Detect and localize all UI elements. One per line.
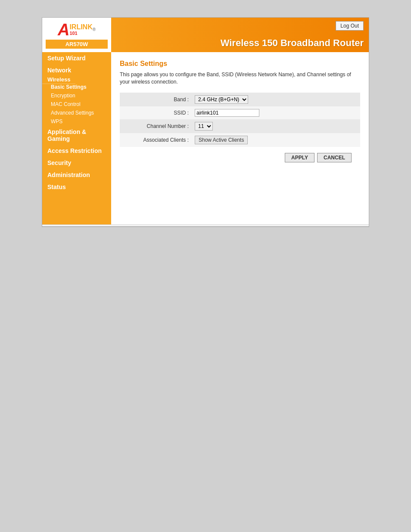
sidebar: Setup Wizard Network Wireless Basic Sett… — [42, 52, 111, 224]
header: A IRLINK 101 ® AR570W Log Out Wireless 1… — [42, 18, 369, 52]
sidebar-item-app-gaming[interactable]: Application & Gaming — [42, 126, 111, 145]
channel-value: 1234 5678 91011 1213 — [193, 119, 360, 133]
cancel-button[interactable]: CANCEL — [317, 153, 352, 162]
logo-tm: ® — [93, 27, 96, 32]
sidebar-item-setup-wizard[interactable]: Setup Wizard — [42, 52, 111, 64]
channel-select[interactable]: 1234 5678 91011 1213 — [195, 122, 213, 131]
sidebar-wireless-label: Wireless — [42, 74, 75, 84]
sidebar-item-status[interactable]: Status — [42, 181, 111, 193]
header-right: Log Out Wireless 150 Broadband Router — [111, 18, 369, 52]
header-title: Wireless 150 Broadband Router — [221, 37, 364, 49]
page-description: This page allows you to configure the Ba… — [120, 71, 360, 86]
band-row: Band : 2.4 GHz (B+G+N) 2.4 GHz (B) 2.4 G… — [120, 93, 360, 106]
sidebar-item-encryption[interactable]: Encryption — [42, 91, 111, 100]
ssid-input[interactable] — [195, 109, 259, 117]
logo-101-text: 101 — [69, 31, 92, 36]
settings-table: Band : 2.4 GHz (B+G+N) 2.4 GHz (B) 2.4 G… — [120, 93, 360, 147]
clients-row: Associated Clients : Show Active Clients — [120, 133, 360, 147]
logout-button[interactable]: Log Out — [336, 21, 364, 31]
main-content: Basic Settings This page allows you to c… — [111, 52, 369, 224]
page-wrapper: A IRLINK 101 ® AR570W Log Out Wireless 1… — [42, 17, 369, 227]
band-select[interactable]: 2.4 GHz (B+G+N) 2.4 GHz (B) 2.4 GHz (G) … — [195, 95, 248, 104]
page-title: Basic Settings — [120, 60, 360, 68]
body-layout: Setup Wizard Network Wireless Basic Sett… — [42, 52, 369, 224]
logo-irlink-text: IRLINK — [69, 24, 92, 31]
footer-line — [42, 226, 369, 227]
channel-label: Channel Number : — [120, 119, 193, 133]
footer-bar — [42, 224, 369, 225]
apply-button[interactable]: APPLY — [285, 153, 314, 162]
clients-value: Show Active Clients — [193, 133, 360, 147]
channel-row: Channel Number : 1234 5678 91011 1213 — [120, 119, 360, 133]
sidebar-item-advanced-settings[interactable]: Advanced Settings — [42, 109, 111, 117]
logo-a-letter: A — [58, 22, 69, 38]
sidebar-item-access-restriction[interactable]: Access Restriction — [42, 145, 111, 157]
band-value: 2.4 GHz (B+G+N) 2.4 GHz (B) 2.4 GHz (G) … — [193, 93, 360, 106]
model-name: AR570W — [46, 40, 108, 49]
sidebar-item-wps[interactable]: WPS — [42, 117, 111, 126]
band-label: Band : — [120, 93, 193, 106]
ssid-value — [193, 106, 360, 119]
logo-area: A IRLINK 101 ® AR570W — [42, 18, 111, 52]
sidebar-item-mac-control[interactable]: MAC Control — [42, 100, 111, 109]
ssid-label: SSID : — [120, 106, 193, 119]
logo-irlink: IRLINK 101 — [69, 24, 92, 36]
show-active-clients-button[interactable]: Show Active Clients — [195, 136, 248, 144]
ssid-row: SSID : — [120, 106, 360, 119]
clients-label: Associated Clients : — [120, 133, 193, 147]
sidebar-item-security[interactable]: Security — [42, 157, 111, 169]
logo: A IRLINK 101 ® — [58, 22, 96, 38]
sidebar-item-basic-settings[interactable]: Basic Settings — [42, 83, 111, 91]
action-buttons: APPLY CANCEL — [120, 153, 360, 162]
sidebar-item-administration[interactable]: Administration — [42, 169, 111, 181]
